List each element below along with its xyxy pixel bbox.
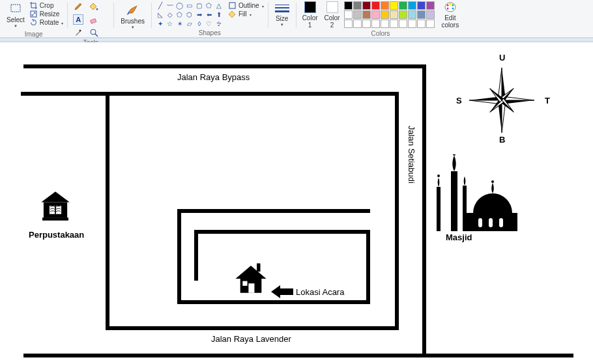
palette-swatch[interactable] (381, 1, 389, 10)
group-size: Size ▼ (268, 0, 296, 37)
palette-swatch[interactable] (371, 1, 380, 10)
shape-hex-icon[interactable]: ⬡ (185, 10, 194, 19)
shape-arrowl-icon[interactable]: ⬅ (205, 10, 214, 19)
palette-swatch[interactable] (390, 1, 398, 10)
svg-rect-0 (11, 5, 20, 12)
palette-swatch[interactable] (417, 10, 426, 19)
outline-label: Outline (239, 2, 259, 9)
eraser-icon[interactable] (89, 14, 99, 25)
text-icon[interactable]: A (73, 14, 83, 25)
brushes-button[interactable]: Brushes ▼ (118, 1, 147, 31)
palette-swatch[interactable] (399, 10, 407, 19)
palette-swatch[interactable] (353, 1, 362, 10)
magnifier-icon[interactable] (89, 27, 99, 38)
palette-swatch[interactable] (344, 10, 353, 19)
group-image: Select ▼ Crop Resize Rotate ▾ Image (0, 0, 67, 37)
color-palette[interactable] (344, 1, 435, 28)
shape-line-icon[interactable]: ╱ (156, 1, 165, 10)
group-label-brushes (118, 32, 147, 39)
palette-swatch[interactable] (344, 20, 353, 28)
shape-roundrect-icon[interactable]: ▢ (195, 1, 204, 10)
color2-button[interactable]: Color 2 (325, 1, 340, 29)
svg-rect-15 (42, 217, 68, 221)
chevron-down-icon: ▼ (280, 23, 284, 27)
palette-swatch[interactable] (426, 20, 435, 28)
shape-star6-icon[interactable]: ✶ (175, 20, 184, 28)
color2-label-a: Color (325, 14, 340, 21)
palette-swatch[interactable] (408, 20, 416, 28)
palette-swatch[interactable] (390, 20, 398, 28)
palette-swatch[interactable] (353, 20, 362, 28)
pencil-icon[interactable] (73, 1, 83, 12)
shape-arrowu-icon[interactable]: ⬆ (214, 10, 224, 19)
palette-swatch[interactable] (362, 1, 371, 10)
event-location-label: Lokasi Acara (296, 287, 344, 297)
road-segment (395, 92, 399, 330)
svg-rect-28 (478, 218, 482, 227)
color-picker-icon[interactable] (73, 27, 83, 38)
svg-point-24 (453, 154, 456, 156)
palette-swatch[interactable] (381, 10, 389, 19)
palette-swatch[interactable] (417, 1, 426, 10)
shape-callout1-icon[interactable]: ▱ (185, 20, 194, 28)
shape-callout2-icon[interactable]: ◊ (195, 20, 204, 28)
palette-swatch[interactable] (353, 10, 362, 19)
shape-diamond-icon[interactable]: ◇ (166, 10, 175, 19)
svg-rect-7 (229, 3, 235, 8)
group-tools: A Tools (68, 0, 113, 37)
palette-swatch[interactable] (408, 1, 416, 10)
palette-swatch[interactable] (371, 20, 380, 28)
shape-oval-icon[interactable]: ◯ (175, 1, 184, 10)
palette-swatch[interactable] (417, 20, 426, 28)
svg-point-27 (491, 180, 494, 183)
palette-swatch[interactable] (408, 10, 416, 19)
shape-arrowr-icon[interactable]: ➡ (195, 10, 204, 19)
shape-lightning-icon[interactable]: ⭍ (214, 20, 224, 28)
road-segment (23, 354, 573, 357)
chevron-down-icon: ▼ (131, 25, 135, 29)
palette-swatch[interactable] (426, 1, 435, 10)
road-segment (177, 209, 181, 304)
svg-rect-25 (463, 186, 467, 231)
palette-swatch[interactable] (362, 10, 371, 19)
shape-polygon-icon[interactable]: ⬠ (205, 1, 214, 10)
shape-triangle-icon[interactable]: △ (214, 1, 224, 10)
color1-button[interactable]: Color 1 (302, 1, 318, 29)
palette-swatch[interactable] (371, 10, 380, 19)
group-label-colors: Colors (300, 30, 461, 37)
shape-rtriangle-icon[interactable]: ◺ (156, 10, 165, 19)
svg-point-11 (452, 5, 454, 7)
palette-swatch[interactable] (381, 20, 389, 28)
fill-icon[interactable] (89, 1, 99, 12)
drawing-canvas[interactable]: Jalan Raya Bypass Jalan Setiabudi Jalan … (0, 42, 593, 364)
resize-button[interactable]: Resize (30, 10, 63, 18)
svg-rect-30 (499, 218, 503, 227)
compass-n-label: U (499, 53, 505, 63)
shape-rect-icon[interactable]: ▭ (185, 1, 194, 10)
shape-star4-icon[interactable]: ✦ (156, 20, 165, 28)
road-segment (106, 92, 109, 330)
fill-shape-icon (229, 10, 237, 18)
palette-swatch[interactable] (399, 20, 407, 28)
size-button[interactable]: Size ▼ (272, 1, 292, 28)
group-label-image: Image (4, 31, 63, 38)
rotate-button[interactable]: Rotate ▾ (30, 18, 63, 27)
shape-star5-icon[interactable]: ☆ (166, 20, 175, 28)
palette-swatch[interactable] (344, 1, 353, 10)
crop-button[interactable]: Crop (30, 1, 63, 10)
palette-swatch[interactable] (362, 20, 371, 28)
shapes-gallery[interactable]: ╱ 〰 ◯ ▭ ▢ ⬠ △ ◺ ◇ ⬠ ⬡ ➡ ⬅ ⬆ ✦ ☆ ✶ ▱ ◊ ♡ (156, 1, 224, 28)
edit-colors-button[interactable]: Edit colors (441, 1, 459, 29)
road-label-lavender: Jalan Raya Lavender (211, 334, 291, 344)
palette-swatch[interactable] (426, 10, 435, 19)
shape-outline-button[interactable]: Outline ▾ (229, 1, 264, 10)
shape-pentagon-icon[interactable]: ⬠ (175, 10, 184, 19)
shape-curve-icon[interactable]: 〰 (166, 1, 175, 10)
group-shapes: ╱ 〰 ◯ ▭ ▢ ⬠ △ ◺ ◇ ⬠ ⬡ ➡ ⬅ ⬆ ✦ ☆ ✶ ▱ ◊ ♡ (152, 0, 268, 37)
palette-swatch[interactable] (399, 1, 407, 10)
shape-fill-button[interactable]: Fill ▾ (229, 10, 264, 18)
select-button[interactable]: Select ▼ (4, 1, 27, 29)
palette-swatch[interactable] (390, 10, 398, 19)
resize-icon (30, 10, 38, 18)
shape-heart-icon[interactable]: ♡ (205, 20, 214, 28)
